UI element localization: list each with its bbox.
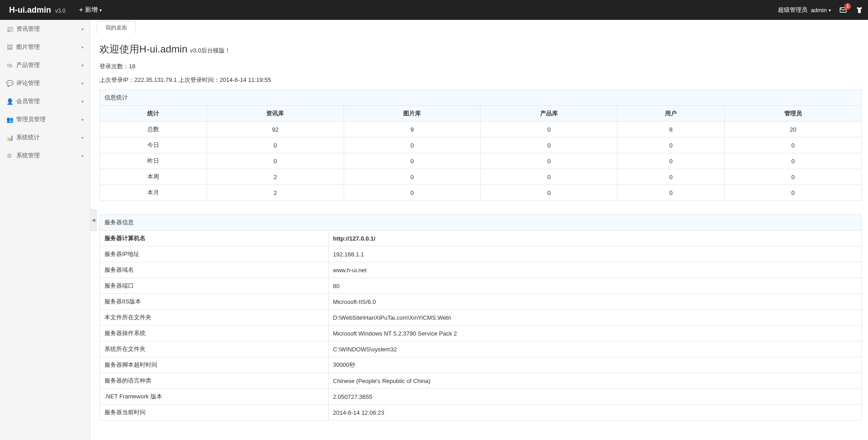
server-value: C:\WINDOWS\system32 (328, 341, 862, 357)
table-row: 服务器脚本超时时间30000秒 (100, 357, 862, 373)
menu-icon: 📊 (6, 134, 13, 141)
stats-cell: 2 (207, 169, 344, 185)
chevron-down-icon: ▾ (81, 27, 84, 32)
table-row: 系统所在文件夹C:\WINDOWS\system32 (100, 341, 862, 357)
title-main: 欢迎使用H-ui.admin (99, 43, 190, 55)
sidebar-item-label: 资讯管理 (16, 25, 40, 33)
tab-desktop[interactable]: 我的桌面 (97, 21, 136, 33)
table-row: 服务器的语言种类Chinese (People's Republic of Ch… (100, 373, 862, 389)
server-title: 服务器信息 (100, 215, 862, 231)
logo[interactable]: H-ui.admin v3.0 (9, 5, 66, 15)
server-value: Microsoft-IIS/6.0 (328, 294, 862, 310)
chevron-down-icon: ▾ (81, 153, 84, 158)
stats-col-header: 图片库 (344, 106, 481, 122)
server-key: 服务器的语言种类 (100, 373, 329, 389)
login-count-line: 登录次数：18 (99, 62, 862, 71)
server-key: .NET Framework 版本 (100, 389, 329, 405)
sidebar-item-label: 评论管理 (16, 79, 40, 87)
stats-row-label: 本周 (100, 169, 207, 185)
table-row: 总数9290820 (100, 122, 862, 137)
stats-table: 信息统计 统计资讯库图片库产品库用户管理员 总数9290820今日00000昨日… (99, 90, 862, 201)
menu-icon: 👤 (6, 98, 13, 105)
menu-icon: 🛍 (6, 62, 13, 69)
user-menu[interactable]: 超级管理员 admin ▾ (778, 6, 831, 14)
server-value: Microsoft Windows NT 5.2.3790 Service Pa… (328, 326, 862, 341)
menu-icon: 📰 (6, 26, 13, 33)
sidebar-item-2[interactable]: 🛍产品管理▾ (0, 56, 90, 74)
message-badge: 1 (844, 3, 851, 9)
server-value: Chinese (People's Republic of China) (328, 373, 862, 389)
sidebar-item-4[interactable]: 👤会员管理▾ (0, 92, 90, 110)
stats-cell: 0 (344, 185, 481, 201)
sidebar-item-label: 系统管理 (16, 151, 40, 160)
stats-cell: 8 (618, 122, 725, 137)
logo-name: H-ui.admin (9, 5, 51, 14)
stats-row-label: 本月 (100, 185, 207, 201)
stats-cell: 20 (725, 122, 862, 137)
stats-cell: 0 (481, 185, 618, 201)
header: H-ui.admin v3.0 + 新增 ▾ 超级管理员 admin ▾ 1 (0, 0, 868, 20)
server-value: www.h-ui.net (328, 262, 862, 278)
stats-cell: 0 (344, 169, 481, 185)
stats-cell: 2 (207, 185, 344, 201)
sidebar-collapse-handle[interactable]: ◀ (90, 209, 97, 231)
menu-icon: 👥 (6, 116, 13, 123)
stats-cell: 9 (344, 122, 481, 137)
stats-col-header: 管理员 (725, 106, 862, 122)
server-value: 80 (328, 278, 862, 294)
server-key: 服务器端口 (100, 278, 329, 294)
stats-col-header: 产品库 (481, 106, 618, 122)
stats-cell: 0 (618, 153, 725, 169)
sidebar-item-1[interactable]: 🖼图片管理▾ (0, 38, 90, 56)
server-key: 本文件所在文件夹 (100, 310, 329, 326)
sidebar-item-3[interactable]: 💬评论管理▾ (0, 74, 90, 92)
sidebar-item-label: 图片管理 (16, 43, 40, 51)
table-row: 服务器计算机名http://127.0.0.1/ (100, 231, 862, 246)
stats-cell: 0 (481, 153, 618, 169)
stats-row-label: 今日 (100, 137, 207, 153)
sidebar-item-6[interactable]: 📊系统统计▾ (0, 128, 90, 147)
table-row: 昨日00000 (100, 153, 862, 169)
stats-col-header: 资讯库 (207, 106, 344, 122)
table-row: 服务器域名www.h-ui.net (100, 262, 862, 278)
server-value: D:\WebSite\HanXiPuTai.com\XinYiCMS.Web\ (328, 310, 862, 326)
table-row: 服务器当前时间2014-6-14 12:06:23 (100, 405, 862, 421)
server-value: 192.168.1.1 (328, 246, 862, 262)
stats-cell: 0 (344, 137, 481, 153)
server-key: 服务器计算机名 (100, 231, 329, 246)
table-row: 服务器IP地址192.168.1.1 (100, 246, 862, 262)
chevron-down-icon: ▾ (81, 99, 84, 104)
stats-cell: 0 (725, 169, 862, 185)
plus-icon: + (79, 6, 83, 14)
stats-cell: 0 (344, 153, 481, 169)
messages-button[interactable]: 1 (839, 6, 847, 14)
stats-cell: 0 (618, 169, 725, 185)
server-value: 30000秒 (328, 357, 862, 373)
server-value: http://127.0.0.1/ (328, 231, 862, 246)
stats-col-header: 用户 (618, 106, 725, 122)
menu-icon: ⚙ (6, 152, 13, 159)
welcome-block: 欢迎使用H-ui.admin v3.0后台模版！ 登录次数：18 上次登录IP：… (99, 43, 862, 84)
stats-cell: 0 (618, 137, 725, 153)
user-name: admin (811, 7, 827, 14)
stats-cell: 0 (725, 185, 862, 201)
table-row: 服务器操作系统Microsoft Windows NT 5.2.3790 Ser… (100, 326, 862, 341)
server-key: 服务器当前时间 (100, 405, 329, 421)
server-table: 服务器信息 服务器计算机名http://127.0.0.1/服务器IP地址192… (99, 214, 862, 421)
header-left: H-ui.admin v3.0 + 新增 ▾ (9, 5, 102, 15)
stats-cell: 0 (618, 185, 725, 201)
chevron-down-icon: ▾ (81, 45, 84, 50)
last-login-line: 上次登录IP：222.35.131.79.1 上次登录时间：2014-6-14 … (99, 76, 862, 84)
stats-cell: 0 (481, 137, 618, 153)
server-key: 服务器脚本超时时间 (100, 357, 329, 373)
table-row: 本文件所在文件夹D:\WebSite\HanXiPuTai.com\XinYiC… (100, 310, 862, 326)
server-key: 服务器IP地址 (100, 246, 329, 262)
chevron-down-icon: ▾ (81, 81, 84, 86)
sidebar-item-5[interactable]: 👥管理员管理▾ (0, 110, 90, 128)
sidebar-item-7[interactable]: ⚙系统管理▾ (0, 147, 90, 165)
add-button[interactable]: + 新增 ▾ (79, 6, 102, 14)
skin-button[interactable] (855, 6, 863, 14)
chevron-down-icon: ▾ (829, 8, 831, 13)
sidebar-item-0[interactable]: 📰资讯管理▾ (0, 20, 90, 38)
chevron-down-icon: ▾ (81, 63, 84, 68)
